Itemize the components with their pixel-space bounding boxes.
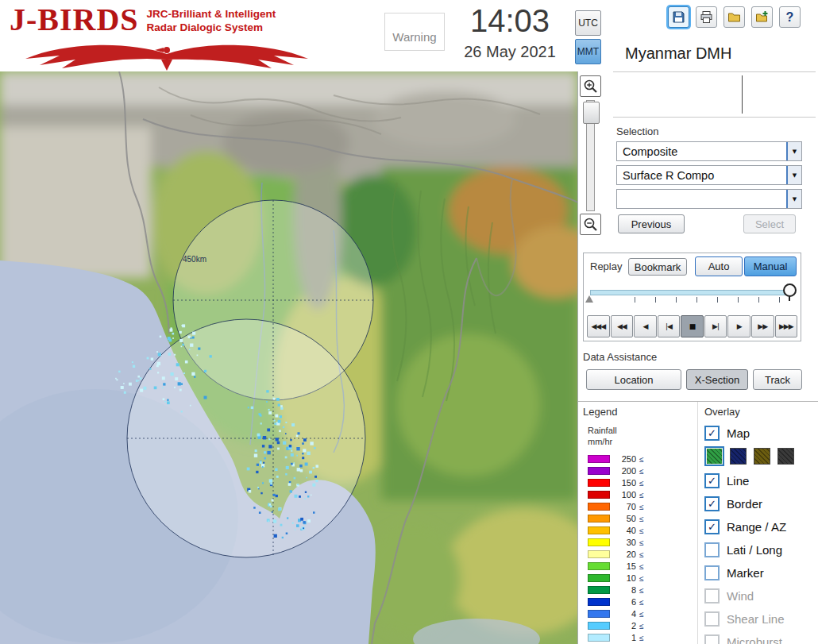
line-checkbox[interactable]: ✓ [704,473,720,488]
play-backward-button[interactable]: ◀ [634,315,657,337]
legend-value: 4 [615,609,636,619]
bookmark-button[interactable]: Bookmark [628,258,687,276]
track-button[interactable]: Track [753,369,802,390]
x-section-button[interactable]: X-Section [686,369,748,390]
zoom-slider-thumb[interactable] [583,102,600,124]
map-canvas[interactable]: 450km [0,71,577,644]
chevron-down-icon[interactable]: ▼ [786,166,801,184]
fast-forward-fastest-button[interactable]: ▶▶▶ [775,315,798,337]
legend-value: 10 [615,573,636,583]
rewind-button[interactable]: ◀◀ [611,315,634,337]
wind-checkbox[interactable] [704,588,720,604]
legend-unit-line2: mm/hr [588,436,697,447]
overlay-item-line[interactable]: ✓Line [704,472,818,489]
select-button[interactable]: Select [743,214,796,233]
legend-suffix: ≤ [639,586,644,595]
legend-entry: 4≤ [583,608,697,620]
legend-entry: 10≤ [583,573,697,584]
composite-dropdown[interactable]: Composite ▼ [616,141,802,161]
step-forward-button[interactable]: ▶| [704,315,727,337]
legend-color-swatch [588,526,610,534]
legend-value: 250 [615,454,636,464]
overlay-item-lati-long[interactable]: Lati / Long [704,542,818,558]
import-data-button[interactable] [751,6,773,28]
map-color-swatch[interactable] [730,448,747,465]
save-icon [672,10,685,24]
legend-entry: 2≤ [583,620,697,632]
mmt-button[interactable]: MMT [575,39,601,64]
legend-entry: 6≤ [583,596,697,608]
map-color-swatch[interactable] [754,448,770,465]
playback-controls: ◀◀◀◀◀◀|◀■▶|▶▶▶▶▶▶ [587,315,797,337]
chevron-down-icon[interactable]: ▼ [786,142,801,160]
zoom-in-button[interactable] [580,75,601,97]
overlay-item-range-az[interactable]: ✓Range / AZ [704,519,818,535]
play-forward-button[interactable]: ▶ [727,315,750,337]
previous-button[interactable]: Previous [618,214,685,233]
open-folder-button[interactable] [723,6,745,28]
replay-label: Replay [590,260,622,272]
legend-color-swatch [588,550,610,558]
logo-tagline: JRC-Brilliant & Intelligent Radar Dialog… [147,8,276,35]
zoom-out-button[interactable] [580,214,601,235]
overlay-item-map[interactable]: ✓Map [704,425,818,442]
overlay-item-microburst[interactable]: Microburst [704,634,818,644]
legend-entry: 50≤ [583,513,697,525]
overlay-item-label: Microburst [727,635,782,644]
legend-color-swatch [588,503,610,511]
overlay-item-marker[interactable]: Marker [704,565,818,581]
save-button[interactable] [668,6,689,28]
overlay-item-label: Range / AZ [727,520,786,534]
timeline-start-marker-icon [585,295,593,303]
legend-value: 70 [615,502,636,511]
option-dropdown[interactable]: ▼ [616,189,802,209]
range-ring-label: 450km [183,255,206,264]
stop-button[interactable]: ■ [681,315,704,337]
microburst-checkbox[interactable] [704,634,720,644]
overlay-item-border[interactable]: ✓Border [704,496,818,512]
shear-line-checkbox[interactable] [704,611,720,627]
legend-color-swatch [588,455,610,463]
overlay-list: ✓Map✓Line✓Border✓Range / AZLati / LongMa… [704,425,818,644]
print-button[interactable] [696,6,717,28]
rewind-fastest-button[interactable]: ◀◀◀ [587,315,610,337]
legend-entry: 100≤ [583,489,697,501]
replay-timeline-thumb[interactable] [783,283,797,297]
zoom-slider[interactable] [586,100,595,211]
zoom-out-icon [583,217,598,232]
legend-entry: 8≤ [583,584,697,596]
overlay-item-wind[interactable]: Wind [704,588,818,604]
legend-panel: Legend Rainfall mm/hr 250≤200≤150≤100≤70… [578,402,697,644]
product-dropdown[interactable]: Surface R Compo ▼ [616,165,802,185]
selection-label: Selection [616,125,658,137]
location-button[interactable]: Location [586,369,681,390]
border-checkbox[interactable]: ✓ [704,496,720,511]
help-icon: ? [786,10,794,25]
legend-entry: 40≤ [583,525,697,537]
step-backward-button[interactable]: |◀ [658,315,681,337]
legend-value: 100 [615,490,636,499]
replay-timeline-track[interactable] [590,290,786,295]
overlay-item-shear-line[interactable]: Shear Line [704,611,818,627]
legend-entry: 250≤ [583,453,697,465]
map-color-swatch[interactable] [777,448,794,465]
legend-value: 2 [615,621,636,631]
chevron-down-icon[interactable]: ▼ [786,190,801,208]
utc-button[interactable]: UTC [575,10,601,36]
manual-button[interactable]: Manual [744,256,797,276]
print-icon [700,10,713,24]
auto-button[interactable]: Auto [695,256,743,276]
legend-suffix: ≤ [639,574,644,583]
legend-value: 150 [615,478,636,488]
legend-suffix: ≤ [639,455,644,464]
range-az-checkbox[interactable]: ✓ [704,519,720,534]
marker-checkbox[interactable] [704,565,720,580]
fast-forward-button[interactable]: ▶▶ [751,315,774,337]
map-color-swatch[interactable] [706,448,723,465]
map-checkbox[interactable]: ✓ [704,426,720,441]
lati-long-checkbox[interactable] [704,542,720,557]
legend-overlay-section: Legend Rainfall mm/hr 250≤200≤150≤100≤70… [578,401,818,644]
help-button[interactable]: ? [779,6,801,28]
legend-suffix: ≤ [639,479,644,488]
logo-tagline-line2: Radar Dialogic System [147,21,276,35]
